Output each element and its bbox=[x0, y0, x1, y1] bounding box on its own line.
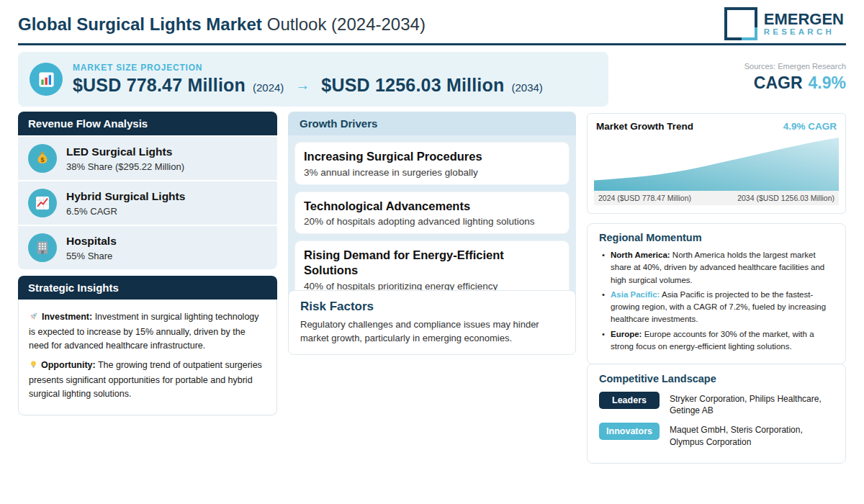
driver-subtitle: 3% annual increase in surgeries globally bbox=[304, 167, 560, 178]
list-item: $ LED Surgical Lights 38% Share ($295.22… bbox=[18, 137, 277, 180]
value-2024: $USD 778.47 Million bbox=[73, 75, 246, 96]
leaders-badge: Leaders bbox=[599, 392, 660, 409]
region-label: Europe: bbox=[611, 330, 642, 338]
list-item: North America: North America holds the l… bbox=[599, 249, 834, 287]
driver-card: Rising Demand for Energy-Efficient Solut… bbox=[295, 241, 569, 297]
trend-cagr-badge: 4.9% CAGR bbox=[783, 121, 837, 132]
list-item-text: Hybrid Surgical Lights 6.5% CAGR bbox=[66, 189, 185, 216]
leaders-companies: Stryker Corporation, Philips Healthcare,… bbox=[670, 392, 834, 416]
axis-label-start: 2024 ($USD 778.47 Million) bbox=[598, 194, 691, 202]
logo-accent-vertical bbox=[755, 27, 757, 40]
hospital-building-icon bbox=[28, 233, 57, 262]
strategic-insights-panel: Strategic Insights Investment: Investmen… bbox=[18, 276, 277, 415]
risk-factors-title: Risk Factors bbox=[300, 300, 564, 314]
logo-text: EMERGEN RESEARCH bbox=[764, 11, 844, 37]
regional-list: North America: North America holds the l… bbox=[599, 249, 834, 353]
risk-factors-card: Risk Factors Regulatory challenges and c… bbox=[288, 290, 576, 355]
insight-label: Opportunity: bbox=[41, 360, 96, 370]
segment-subtitle: 55% Share bbox=[66, 251, 117, 261]
cagr-line: CAGR4.9% bbox=[744, 73, 846, 93]
revenue-flow-panel: Revenue Flow Analysis $ LED Surgical Lig… bbox=[18, 112, 277, 269]
competitive-landscape-title: Competitive Landscape bbox=[599, 373, 834, 384]
segment-title: Hybrid Surgical Lights bbox=[66, 189, 185, 203]
trend-header: Market Growth Trend 4.9% CAGR bbox=[588, 114, 845, 135]
growth-drivers-header: Growth Drivers bbox=[288, 112, 576, 135]
growth-drivers-body: Increasing Surgical Procedures 3% annual… bbox=[288, 135, 576, 305]
list-item: Europe: Europe accounts for 30% of the m… bbox=[599, 328, 834, 354]
arrow-right-icon: → bbox=[295, 77, 310, 94]
insight-opportunity: Opportunity: The growing trend of outpat… bbox=[29, 359, 266, 400]
list-item: Asia Pacific: Asia Pacific is projected … bbox=[599, 289, 834, 326]
driver-title: Increasing Surgical Procedures bbox=[304, 149, 560, 164]
value-2034: $USD 1256.03 Million bbox=[321, 75, 504, 96]
banner-kicker: MARKET SIZE PROJECTION bbox=[73, 63, 543, 73]
chart-increasing-icon bbox=[28, 189, 57, 217]
competitive-landscape-card: Competitive Landscape Leaders Stryker Co… bbox=[587, 364, 846, 464]
light-bulb-icon bbox=[29, 360, 38, 374]
trend-title: Market Growth Trend bbox=[596, 121, 693, 132]
sources-note: Sources: Emergen Research bbox=[744, 62, 846, 71]
segment-title: LED Surgical Lights bbox=[66, 145, 184, 158]
revenue-flow-header: Revenue Flow Analysis bbox=[18, 112, 277, 135]
segment-title: Hospitals bbox=[66, 234, 117, 248]
insight-label: Investment: bbox=[42, 312, 92, 322]
bar-chart-icon bbox=[30, 63, 63, 96]
segment-subtitle: 6.5% CAGR bbox=[66, 206, 185, 217]
svg-text:$: $ bbox=[40, 156, 44, 163]
regional-momentum-title: Regional Momentum bbox=[599, 232, 834, 243]
cagr-value: 4.9% bbox=[809, 73, 846, 92]
growth-drivers-panel: Growth Drivers Increasing Surgical Proce… bbox=[288, 112, 576, 305]
emergen-research-logo: EMERGEN RESEARCH bbox=[724, 7, 844, 40]
risk-factors-text: Regulatory challenges and compliance iss… bbox=[300, 318, 564, 346]
list-item: Leaders Stryker Corporation, Philips Hea… bbox=[599, 392, 834, 416]
market-size-banner: MARKET SIZE PROJECTION $USD 778.47 Milli… bbox=[18, 52, 608, 107]
driver-card: Increasing Surgical Procedures 3% annual… bbox=[295, 143, 569, 184]
driver-title: Rising Demand for Energy-Efficient Solut… bbox=[304, 248, 560, 277]
innovators-companies: Maquet GmbH, Steris Corporation, Olympus… bbox=[670, 423, 834, 447]
innovators-badge: Innovators bbox=[599, 423, 660, 440]
insight-investment: Investment: Investment in surgical light… bbox=[29, 310, 266, 352]
region-label: Asia Pacific: bbox=[611, 290, 660, 299]
segment-subtitle: 38% Share ($295.22 Million) bbox=[66, 161, 184, 172]
axis-label-end: 2034 ($USD 1256.03 Million) bbox=[737, 194, 834, 202]
chart-axis-labels: 2024 ($USD 778.47 Million) 2034 ($USD 12… bbox=[594, 191, 839, 205]
list-item: Innovators Maquet GmbH, Steris Corporati… bbox=[599, 423, 834, 447]
cagr-label: CAGR bbox=[754, 73, 803, 92]
driver-card: Technological Advancements 20% of hospit… bbox=[295, 192, 569, 234]
driver-subtitle: 20% of hospitals adopting advanced light… bbox=[304, 216, 560, 227]
market-growth-trend-card: Market Growth Trend 4.9% CAGR 2024 ($USD… bbox=[587, 113, 846, 214]
regional-momentum-card: Regional Momentum North America: North A… bbox=[587, 223, 846, 364]
strategic-insights-header: Strategic Insights bbox=[18, 276, 277, 300]
driver-title: Technological Advancements bbox=[304, 199, 560, 214]
region-label: North America: bbox=[611, 251, 670, 259]
header-divider bbox=[18, 43, 846, 45]
logo-square-icon bbox=[724, 7, 757, 40]
money-bag-icon: $ bbox=[28, 144, 57, 173]
list-item: Hybrid Surgical Lights 6.5% CAGR bbox=[18, 181, 277, 225]
sources-cagr-block: Sources: Emergen Research CAGR4.9% bbox=[744, 62, 846, 93]
year-2034: (2034) bbox=[511, 81, 542, 94]
banner-values: $USD 778.47 Million (2024) → $USD 1256.0… bbox=[73, 75, 543, 96]
list-item: Hospitals 55% Share bbox=[18, 226, 277, 269]
page-title: Global Surgical Lights MarketOutlook (20… bbox=[18, 14, 426, 35]
region-text: Europe accounts for 30% of the market, w… bbox=[611, 330, 814, 351]
logo-name: EMERGEN bbox=[764, 11, 844, 27]
banner-content: MARKET SIZE PROJECTION $USD 778.47 Milli… bbox=[73, 63, 543, 96]
page-title-bold: Global Surgical Lights Market bbox=[18, 14, 262, 34]
logo-sub: RESEARCH bbox=[764, 27, 844, 37]
rocket-icon bbox=[29, 311, 39, 325]
area-chart bbox=[588, 135, 845, 191]
list-item-text: Hospitals 55% Share bbox=[66, 234, 117, 261]
list-item-text: LED Surgical Lights 38% Share ($295.22 M… bbox=[66, 145, 184, 171]
page-title-regular: Outlook (2024-2034) bbox=[267, 14, 426, 34]
year-2024: (2024) bbox=[253, 81, 284, 94]
strategic-insights-body: Investment: Investment in surgical light… bbox=[18, 300, 277, 415]
